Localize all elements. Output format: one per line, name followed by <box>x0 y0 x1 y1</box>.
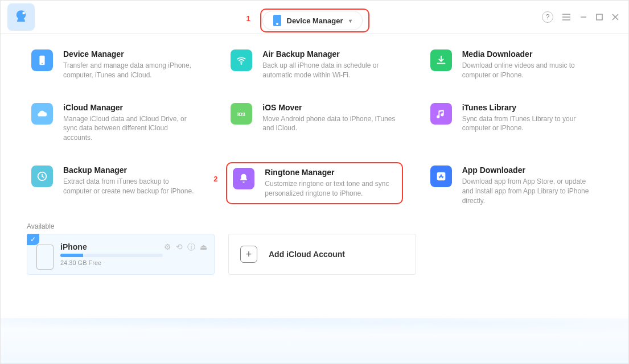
mode-label: Device Manager <box>287 16 343 25</box>
feature-title: Ringtone Manager <box>265 168 396 177</box>
wifi-icon <box>231 49 252 71</box>
feature-desc: Download online videos and music to comp… <box>462 61 598 80</box>
help-icon[interactable]: ? <box>542 11 553 23</box>
device-icon <box>36 245 54 270</box>
svg-point-0 <box>22 11 25 14</box>
feature-desc: Back up all iPhone data in schedule or a… <box>262 61 398 80</box>
svg-point-3 <box>42 63 43 64</box>
decorative-wave <box>1 312 628 363</box>
download-icon <box>430 49 452 71</box>
feature-card-clock[interactable]: Backup ManagerExtract data from iTunes b… <box>27 162 203 200</box>
callout-two-number: 2 <box>213 175 217 183</box>
maximize-icon[interactable] <box>595 13 603 21</box>
feature-title: iTunes Library <box>462 103 598 112</box>
refresh-icon[interactable]: ⟲ <box>176 242 183 253</box>
feature-card-download[interactable]: Media DownloaderDownload online videos a… <box>426 46 602 84</box>
music-icon <box>430 103 452 125</box>
feature-card-cloud[interactable]: iCloud ManagerManage iCloud data and iCl… <box>27 100 203 146</box>
cloud-icon <box>31 103 53 125</box>
gear-icon[interactable]: ⚙ <box>164 242 171 253</box>
feature-title: Air Backup Manager <box>262 49 398 59</box>
device-card[interactable]: ✓ iPhone 24.30 GB Free ⚙ ⟲ ⓘ ⏏ <box>27 234 215 275</box>
feature-desc: Extract data from iTunes backup to compu… <box>63 177 199 196</box>
feature-desc: Customize ringtone or text tone and sync… <box>265 179 396 198</box>
feature-card-bell[interactable]: Ringtone ManagerCustomize ringtone or te… <box>226 162 402 204</box>
feature-title: App Downloader <box>462 166 598 175</box>
appstore-icon <box>430 166 452 187</box>
phone-icon <box>273 15 281 26</box>
add-icloud-card[interactable]: + Add iCloud Account <box>228 234 416 275</box>
menu-icon[interactable] <box>561 12 572 22</box>
phone-icon <box>31 49 53 71</box>
feature-title: Device Manager <box>63 49 199 59</box>
bell-icon <box>233 168 254 189</box>
feature-desc: Download app from App Store, or update a… <box>462 177 598 205</box>
feature-card-music[interactable]: iTunes LibrarySync data from iTunes Libr… <box>426 100 602 137</box>
storage-free: 24.30 GB Free <box>60 259 206 266</box>
feature-card-appstore[interactable]: App DownloaderDownload app from App Stor… <box>426 162 602 209</box>
callout-one-box: 1 Device Manager ▾ <box>260 9 369 32</box>
feature-card-wifi[interactable]: Air Backup ManagerBack up all iPhone dat… <box>226 46 402 84</box>
svg-rect-7 <box>437 172 445 181</box>
app-logo <box>7 3 35 31</box>
close-icon[interactable] <box>611 13 619 21</box>
window-controls: ? <box>542 11 619 23</box>
svg-point-4 <box>241 63 242 65</box>
mode-selector[interactable]: Device Manager ▾ <box>262 11 363 30</box>
check-icon: ✓ <box>27 234 39 245</box>
available-label: Available <box>27 222 602 230</box>
chevron-down-icon: ▾ <box>349 18 352 24</box>
feature-card-phone[interactable]: Device ManagerTransfer and manage data a… <box>27 46 203 84</box>
feature-desc: Transfer and manage data among iPhone, c… <box>63 61 199 80</box>
feature-title: Backup Manager <box>63 166 199 175</box>
svg-text:iOS: iOS <box>237 111 246 117</box>
feature-desc: Move Android phone data to iPhone, iTune… <box>262 114 398 134</box>
feature-card-ios[interactable]: iOSiOS MoverMove Android phone data to i… <box>226 100 402 137</box>
feature-title: iCloud Manager <box>63 103 199 112</box>
ios-icon: iOS <box>231 103 252 125</box>
feature-title: Media Downloader <box>462 49 598 59</box>
storage-bar <box>60 254 163 257</box>
callout-one-number: 1 <box>246 14 257 24</box>
clock-icon <box>31 166 53 187</box>
feature-desc: Sync data from iTunes Library to your co… <box>462 114 598 134</box>
eject-icon[interactable]: ⏏ <box>200 242 207 253</box>
add-icloud-label: Add iCloud Account <box>269 250 345 259</box>
feature-title: iOS Mover <box>262 103 398 112</box>
plus-icon: + <box>240 246 257 263</box>
minimize-icon[interactable] <box>579 13 587 21</box>
feature-desc: Manage iCloud data and iCloud Drive, or … <box>63 114 199 143</box>
info-icon[interactable]: ⓘ <box>187 242 195 253</box>
svg-rect-1 <box>597 14 602 20</box>
